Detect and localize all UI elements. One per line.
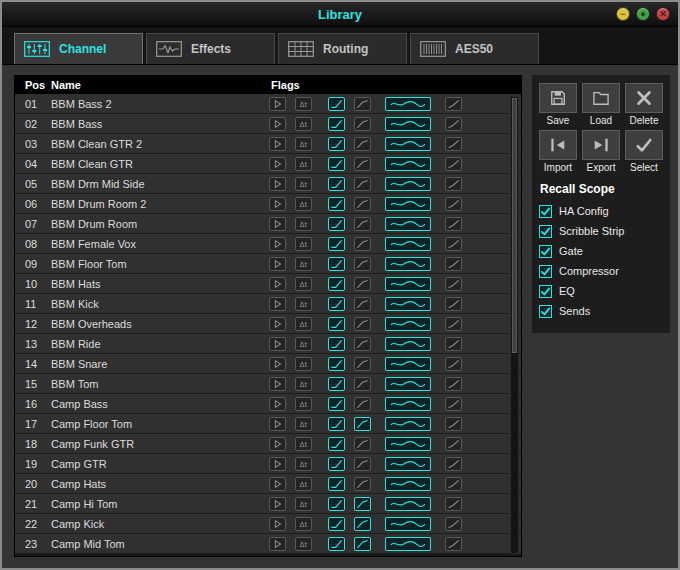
tab-aes50[interactable]: AES50 [410,33,539,64]
compressor-curve-icon[interactable] [354,257,371,271]
sends-curve-icon[interactable] [445,337,462,351]
gate-curve-icon[interactable] [328,357,345,371]
compressor-curve-icon[interactable] [354,477,371,491]
compressor-curve-icon[interactable] [354,497,371,511]
sends-curve-icon[interactable] [445,477,462,491]
sends-curve-icon[interactable] [445,177,462,191]
delta-t-icon[interactable]: Δt [295,197,312,211]
gate-curve-icon[interactable] [328,397,345,411]
delta-t-icon[interactable]: Δt [295,137,312,151]
import-button[interactable]: Import [539,130,577,173]
preview-play-icon[interactable] [269,157,286,171]
table-row[interactable]: 22Camp KickΔt [15,514,521,534]
delta-t-icon[interactable]: Δt [295,537,312,551]
maximize-button[interactable]: ● [636,7,650,21]
gate-curve-icon[interactable] [328,497,345,511]
title-bar[interactable]: Library −●✕ [2,2,678,27]
recall-scope-item[interactable]: Scribble Strip [539,221,663,241]
tab-routing[interactable]: Routing [278,33,407,64]
gate-curve-icon[interactable] [328,437,345,451]
preview-play-icon[interactable] [269,117,286,131]
gate-curve-icon[interactable] [328,237,345,251]
preview-play-icon[interactable] [269,397,286,411]
sends-curve-icon[interactable] [445,517,462,531]
sends-curve-icon[interactable] [445,117,462,131]
sends-curve-icon[interactable] [445,397,462,411]
delta-t-icon[interactable]: Δt [295,457,312,471]
tab-channel[interactable]: Channel [14,33,143,64]
preview-play-icon[interactable] [269,457,286,471]
gate-curve-icon[interactable] [328,517,345,531]
sends-curve-icon[interactable] [445,97,462,111]
table-row[interactable]: 14BBM SnareΔt [15,354,521,374]
eq-curve-icon[interactable] [385,517,431,531]
delta-t-icon[interactable]: Δt [295,277,312,291]
compressor-curve-icon[interactable] [354,297,371,311]
sends-curve-icon[interactable] [445,537,462,551]
sends-curve-icon[interactable] [445,357,462,371]
delta-t-icon[interactable]: Δt [295,397,312,411]
table-row[interactable]: 19Camp GTRΔt [15,454,521,474]
table-row[interactable]: 05BBM Drm Mid SideΔt [15,174,521,194]
compressor-curve-icon[interactable] [354,317,371,331]
table-row[interactable]: 18Camp Funk GTRΔt [15,434,521,454]
sends-curve-icon[interactable] [445,417,462,431]
sends-curve-icon[interactable] [445,217,462,231]
gate-curve-icon[interactable] [328,337,345,351]
delta-t-icon[interactable]: Δt [295,377,312,391]
delta-t-icon[interactable]: Δt [295,177,312,191]
gate-curve-icon[interactable] [328,417,345,431]
table-row[interactable]: 03BBM Clean GTR 2Δt [15,134,521,154]
eq-curve-icon[interactable] [385,337,431,351]
preview-play-icon[interactable] [269,177,286,191]
delta-t-icon[interactable]: Δt [295,157,312,171]
preview-play-icon[interactable] [269,497,286,511]
delete-button[interactable]: Delete [625,83,663,126]
delta-t-icon[interactable]: Δt [295,257,312,271]
eq-curve-icon[interactable] [385,117,431,131]
eq-curve-icon[interactable] [385,197,431,211]
sends-curve-icon[interactable] [445,157,462,171]
preview-play-icon[interactable] [269,337,286,351]
compressor-curve-icon[interactable] [354,417,371,431]
preview-play-icon[interactable] [269,257,286,271]
eq-curve-icon[interactable] [385,457,431,471]
delta-t-icon[interactable]: Δt [295,337,312,351]
preview-play-icon[interactable] [269,517,286,531]
eq-curve-icon[interactable] [385,217,431,231]
gate-curve-icon[interactable] [328,297,345,311]
gate-curve-icon[interactable] [328,477,345,491]
scrollbar-thumb[interactable] [512,98,517,353]
preview-play-icon[interactable] [269,537,286,551]
gate-curve-icon[interactable] [328,117,345,131]
table-row[interactable]: 16Camp BassΔt [15,394,521,414]
preview-play-icon[interactable] [269,357,286,371]
gate-curve-icon[interactable] [328,217,345,231]
minimize-button[interactable]: − [616,7,630,21]
table-row[interactable]: 10BBM HatsΔt [15,274,521,294]
gate-curve-icon[interactable] [328,197,345,211]
sends-curve-icon[interactable] [445,317,462,331]
eq-curve-icon[interactable] [385,377,431,391]
table-row[interactable]: 12BBM OverheadsΔt [15,314,521,334]
preview-play-icon[interactable] [269,437,286,451]
table-row[interactable]: 04BBM Clean GTRΔt [15,154,521,174]
gate-curve-icon[interactable] [328,137,345,151]
table-row[interactable]: 11BBM KickΔt [15,294,521,314]
preview-play-icon[interactable] [269,237,286,251]
gate-curve-icon[interactable] [328,157,345,171]
delta-t-icon[interactable]: Δt [295,217,312,231]
sends-curve-icon[interactable] [445,457,462,471]
table-row[interactable]: 06BBM Drum Room 2Δt [15,194,521,214]
checkbox-icon[interactable] [539,305,552,318]
compressor-curve-icon[interactable] [354,537,371,551]
sends-curve-icon[interactable] [445,297,462,311]
gate-curve-icon[interactable] [328,257,345,271]
save-button[interactable]: Save [539,83,577,126]
compressor-curve-icon[interactable] [354,517,371,531]
recall-scope-item[interactable]: Sends [539,301,663,321]
eq-curve-icon[interactable] [385,537,431,551]
eq-curve-icon[interactable] [385,297,431,311]
gate-curve-icon[interactable] [328,457,345,471]
sends-curve-icon[interactable] [445,277,462,291]
